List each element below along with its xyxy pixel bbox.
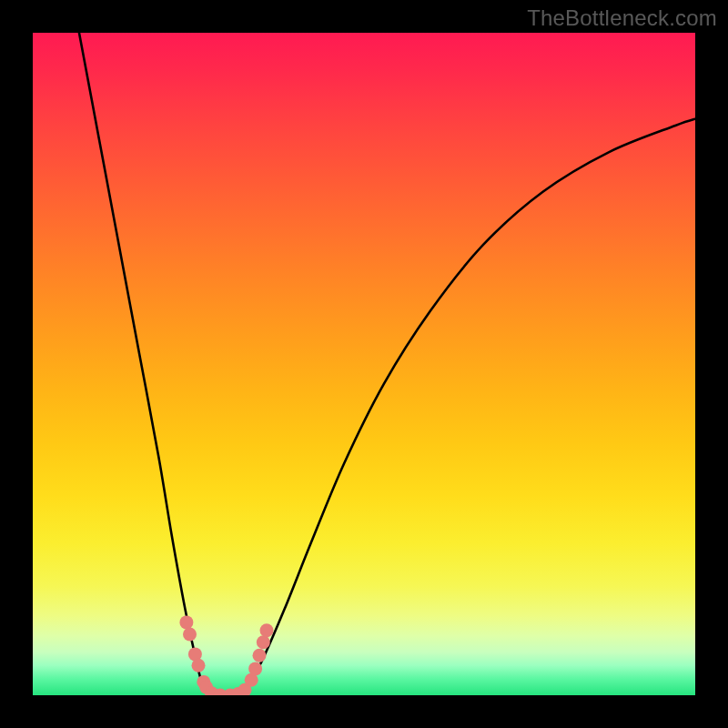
highlight-dots: [179, 615, 273, 695]
curve-layer: [33, 33, 695, 695]
highlight-dot: [183, 628, 197, 642]
plot-area: [33, 33, 695, 695]
highlight-dot: [179, 615, 193, 629]
bottleneck-curve: [79, 33, 695, 695]
highlight-dot: [257, 635, 270, 649]
watermark-text: TheBottleneck.com: [527, 5, 717, 31]
highlight-dot: [192, 659, 206, 672]
highlight-dot: [248, 662, 262, 675]
highlight-dot: [260, 623, 274, 637]
chart-frame: TheBottleneck.com: [0, 0, 728, 728]
highlight-dot: [253, 649, 267, 662]
